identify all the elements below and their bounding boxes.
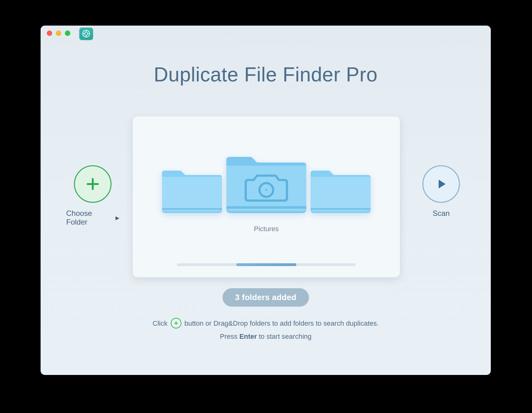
instructions-text: Click button or Drag&Drop folders to add… <box>41 317 491 343</box>
scan-button[interactable] <box>422 165 460 203</box>
choose-folder-label[interactable]: Choose Folder ▶ <box>66 209 119 226</box>
page-title: Duplicate File Finder Pro <box>41 63 491 86</box>
help-icon <box>82 29 91 38</box>
folder-item-right[interactable] <box>308 164 373 217</box>
selected-folder-label: Pictures <box>133 225 400 233</box>
instruction-bold: Enter <box>239 333 257 340</box>
folder-icon <box>308 164 373 217</box>
svg-rect-7 <box>87 183 99 185</box>
folder-carousel[interactable] <box>133 136 400 217</box>
folder-carousel-card: Pictures <box>132 116 400 278</box>
choose-folder-text: Choose Folder <box>66 209 114 226</box>
folder-item-center[interactable] <box>223 149 309 217</box>
svg-marker-8 <box>439 180 446 188</box>
svg-rect-13 <box>311 208 371 210</box>
app-window: Duplicate File Finder Pro Choose Folder … <box>41 26 491 375</box>
play-icon <box>434 177 448 191</box>
instruction-text: Press <box>220 333 237 340</box>
help-button[interactable] <box>79 27 93 40</box>
instruction-text: to start searching <box>259 333 312 340</box>
choose-folder-group: Choose Folder ▶ <box>66 165 119 226</box>
instructions-line-1: Click button or Drag&Drop folders to add… <box>41 317 491 330</box>
carousel-scrollbar-thumb[interactable] <box>236 263 296 266</box>
inline-plus-icon <box>171 318 181 328</box>
folder-item-left[interactable] <box>160 164 224 217</box>
svg-rect-10 <box>226 206 306 209</box>
svg-point-12 <box>265 189 267 191</box>
svg-rect-9 <box>162 208 222 210</box>
instruction-text: Click <box>153 319 168 327</box>
scan-label: Scan <box>433 209 450 218</box>
window-controls <box>47 31 70 36</box>
instructions-line-2: Press Enter to start searching <box>41 330 491 343</box>
zoom-icon[interactable] <box>65 31 70 36</box>
svg-rect-15 <box>174 323 178 323</box>
instruction-text: button or Drag&Drop folders to add folde… <box>185 319 379 327</box>
folders-added-badge: 3 folders added <box>223 288 309 307</box>
chevron-right-icon: ▶ <box>116 215 119 221</box>
folder-icon <box>160 164 224 217</box>
scan-group: Scan <box>415 165 468 218</box>
minimize-icon[interactable] <box>56 31 61 36</box>
add-folder-button[interactable] <box>74 165 111 203</box>
carousel-scrollbar-track[interactable] <box>177 263 356 266</box>
svg-point-1 <box>85 32 88 35</box>
plus-icon <box>84 176 101 192</box>
folder-icon <box>223 149 309 217</box>
titlebar <box>41 26 491 41</box>
close-icon[interactable] <box>47 31 52 36</box>
